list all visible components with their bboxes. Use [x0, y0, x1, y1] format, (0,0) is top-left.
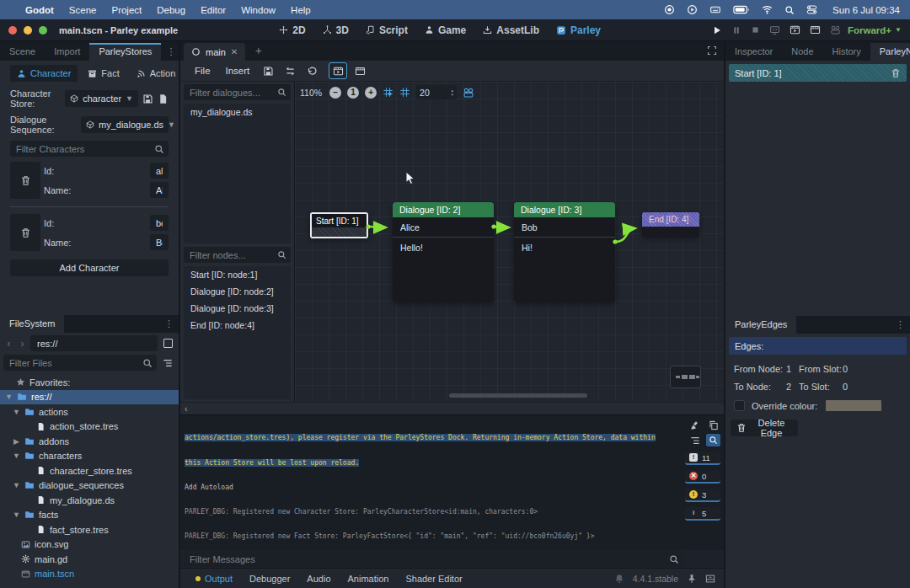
zoom-out-button[interactable]: −	[329, 87, 341, 99]
edges-section-header[interactable]: Edges:	[729, 337, 907, 355]
tree-row-characters[interactable]: ▼ characters	[0, 449, 179, 464]
tree-row-addons[interactable]: ▶ addons	[0, 434, 179, 449]
tab-import-dock[interactable]: Import	[45, 43, 89, 61]
file-sort-button[interactable]	[160, 355, 175, 371]
screen-record-icon[interactable]	[664, 4, 675, 15]
filter-warnings-toggle[interactable]: ! 3	[685, 489, 720, 502]
refresh-dialogue-button[interactable]	[281, 62, 299, 79]
graph-node-dialogue-2[interactable]: Dialogue [ID: 2] Alice Hello!	[393, 202, 494, 302]
expander-icon[interactable]: ▼	[13, 452, 20, 460]
dialogue-graph-canvas[interactable]: 110% − 1 + 20 ▴▾	[294, 82, 724, 402]
tree-row-res[interactable]: ▼ res://	[0, 390, 179, 405]
test-dialogue-from-node-button[interactable]	[351, 62, 369, 79]
delete-character-button[interactable]	[10, 214, 40, 251]
character-id-field[interactable]	[150, 163, 169, 179]
pin-panel-icon[interactable]	[687, 574, 697, 584]
clear-output-button[interactable]	[688, 419, 702, 431]
override-colour-checkbox[interactable]	[734, 400, 745, 411]
nav-forward-icon[interactable]: ›	[17, 338, 28, 350]
spinner-arrows-icon[interactable]: ▴▾	[452, 88, 454, 97]
new-store-button[interactable]	[158, 94, 169, 104]
graph-hscrollbar[interactable]	[295, 393, 724, 398]
graph-node-end[interactable]: End [ID: 4]	[642, 212, 699, 237]
tab-3d[interactable]: 3D	[323, 24, 349, 36]
tab-game[interactable]: Game	[425, 24, 466, 36]
battery-icon[interactable]	[733, 5, 750, 14]
tab-filesystem[interactable]: FileSystem	[0, 315, 64, 333]
tab-2d[interactable]: 2D	[279, 24, 305, 36]
distraction-free-icon[interactable]	[700, 42, 724, 61]
graph-node-start[interactable]: Start [ID: 1]	[310, 212, 368, 238]
tab-node[interactable]: Node	[782, 43, 822, 61]
save-dialogue-button[interactable]	[259, 62, 277, 79]
expander-icon[interactable]: ▼	[13, 510, 20, 519]
stop-button[interactable]	[751, 25, 760, 35]
undo-button[interactable]	[302, 62, 321, 79]
edges-menu-icon[interactable]: ⋮	[891, 319, 910, 334]
play-status-icon[interactable]	[687, 4, 698, 15]
tab-debugger[interactable]: Debugger	[243, 572, 297, 585]
expander-icon[interactable]: ▼	[13, 481, 20, 489]
tab-assetlib[interactable]: AssetLib	[483, 24, 539, 36]
collapse-sidebar-icon[interactable]: ‹	[185, 404, 188, 414]
menubar-clock[interactable]: Sun 6 Jul 09:34	[832, 5, 900, 15]
tab-main-dialogue[interactable]: main ✕	[184, 43, 245, 61]
snap-distance-spinbox[interactable]: 20 ▴▾	[416, 85, 457, 99]
movie-maker-icon[interactable]	[830, 24, 841, 35]
tab-history[interactable]: History	[823, 43, 870, 61]
character-id-field[interactable]	[150, 215, 169, 231]
tree-row-icon-svg[interactable]: icon.svg	[0, 537, 179, 553]
menu-scene[interactable]: Scene	[69, 5, 97, 15]
dialogue-sequence-select[interactable]: my_dialogue.ds ▼	[81, 116, 169, 133]
wifi-icon[interactable]	[762, 4, 773, 15]
tab-scene-dock[interactable]: Scene	[0, 43, 45, 61]
zoom-in-button[interactable]: +	[365, 87, 377, 99]
file-menu[interactable]: File	[189, 64, 217, 78]
tab-parley[interactable]: Parley	[556, 24, 601, 36]
play-custom-scene-button[interactable]	[810, 24, 821, 35]
tree-row-my-dialogue[interactable]: my_dialogue.ds	[0, 493, 179, 508]
delete-character-button[interactable]	[10, 162, 40, 199]
tab-script[interactable]: Script	[366, 24, 408, 36]
minimize-window-button[interactable]	[24, 26, 32, 35]
renderer-select[interactable]: Forward+ ▼	[848, 25, 902, 35]
scrollbar-thumb[interactable]	[449, 393, 587, 398]
menu-help[interactable]: Help	[291, 5, 311, 15]
tab-audio[interactable]: Audio	[300, 572, 337, 585]
keyboard-icon[interactable]	[709, 4, 721, 15]
filter-all-messages-toggle[interactable]: ! 11	[685, 452, 720, 465]
tree-row-actions[interactable]: ▼ actions	[0, 404, 179, 420]
delete-node-button[interactable]	[891, 68, 901, 78]
filter-files-input[interactable]	[3, 355, 157, 371]
close-tab-icon[interactable]: ✕	[231, 47, 238, 56]
save-store-button[interactable]	[142, 94, 153, 104]
remote-debug-icon[interactable]	[769, 24, 780, 35]
collapse-messages-button[interactable]	[688, 434, 702, 446]
tree-row-favorites[interactable]: Favorites:	[0, 375, 179, 390]
search-output-button[interactable]	[706, 434, 720, 446]
filter-messages-input[interactable]	[184, 551, 683, 567]
tree-row-main-gd[interactable]: main.gd	[0, 552, 179, 567]
expander-icon[interactable]: ▼	[5, 393, 13, 401]
menu-window[interactable]: Window	[241, 5, 276, 15]
tab-character-store[interactable]: Character	[10, 65, 78, 82]
tree-row-facts[interactable]: ▼ facts	[0, 508, 179, 523]
colour-swatch[interactable]	[826, 400, 881, 411]
character-name-field[interactable]	[150, 182, 169, 198]
tab-action-store[interactable]: Action	[130, 65, 183, 82]
control-center-icon[interactable]	[806, 4, 817, 15]
character-name-field[interactable]	[150, 234, 169, 250]
character-store-select[interactable]: character ▼	[65, 90, 138, 107]
tab-fact-store[interactable]: Fact	[81, 65, 126, 82]
play-scene-button[interactable]	[790, 24, 800, 35]
dock-menu-icon[interactable]: ⋮	[161, 46, 180, 61]
filter-dialogues-input[interactable]	[184, 84, 291, 100]
expander-icon[interactable]: ▶	[13, 437, 20, 446]
play-project-button[interactable]	[712, 25, 722, 35]
zoom-reset-button[interactable]: 1	[347, 87, 359, 99]
node-list-item[interactable]: Start [ID: node:1]	[184, 266, 291, 283]
filter-characters-input[interactable]	[10, 141, 169, 157]
tab-shader-editor[interactable]: Shader Editor	[399, 572, 468, 585]
tree-row-fact-store[interactable]: fact_store.tres	[0, 522, 179, 537]
nav-back-icon[interactable]: ‹	[3, 338, 14, 350]
